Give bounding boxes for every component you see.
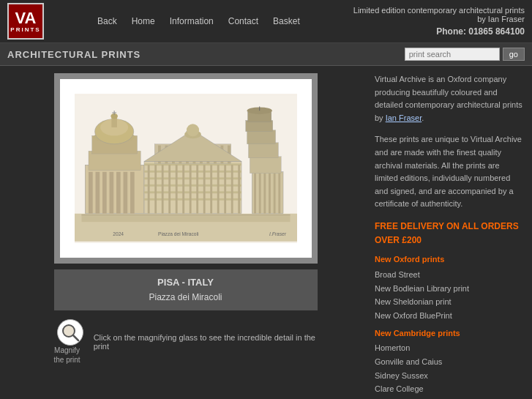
svg-rect-35 <box>210 165 212 214</box>
nav-back[interactable]: Back <box>97 16 117 26</box>
print-svg: 2024 Piazza dei Miracoli I.Fraser <box>75 94 297 243</box>
svg-rect-4 <box>95 172 100 214</box>
cambridge-item-3[interactable]: Clare College <box>375 382 525 396</box>
svg-rect-29 <box>168 165 171 214</box>
svg-rect-39 <box>238 165 240 214</box>
cambridge-item-2[interactable]: Sidney Sussex <box>375 369 525 383</box>
sidebar: Virtual Archive is an Oxford company pro… <box>364 73 525 399</box>
svg-rect-7 <box>116 172 121 214</box>
svg-rect-71 <box>81 215 290 223</box>
tagline-line2: by Ian Fraser <box>353 15 525 23</box>
phone-number: Phone: 01865 864100 <box>353 26 525 37</box>
logo-prints: PRINTS <box>10 26 40 33</box>
svg-text:2024: 2024 <box>113 231 124 236</box>
sidebar-description2: These prints are unique to Virtual Archi… <box>375 133 525 211</box>
ian-fraser-link[interactable]: Ian Fraser <box>386 113 422 122</box>
logo-area: VA PRINTS <box>7 3 44 40</box>
oxford-item-3[interactable]: New Oxford BluePrint <box>375 309 525 323</box>
cambridge-item-1[interactable]: Gonville and Caius <box>375 355 525 369</box>
svg-rect-19 <box>144 162 241 214</box>
arch-title: ARCHITECTURAL PRINTS <box>7 49 141 60</box>
sidebar-desc-period: . <box>422 113 424 122</box>
oxford-item-1[interactable]: New Bodleian Library print <box>375 282 525 296</box>
print-image: 2024 Piazza dei Miracoli I.Fraser <box>75 94 297 243</box>
svg-rect-8 <box>123 172 127 214</box>
svg-rect-34 <box>203 165 205 214</box>
left-area: 2024 Piazza dei Miracoli I.Fraser PISA -… <box>7 73 364 399</box>
svg-rect-6 <box>109 172 113 214</box>
oxford-item-0[interactable]: Broad Street <box>375 268 525 282</box>
cambridge-header: New Cambridge prints <box>375 327 525 340</box>
logo-box[interactable]: VA PRINTS <box>7 3 44 40</box>
search-button[interactable]: go <box>503 48 525 61</box>
svg-rect-25 <box>144 198 241 201</box>
svg-rect-27 <box>154 165 157 214</box>
magnify-icon[interactable] <box>57 319 83 346</box>
oxford-header: New Oxford prints <box>375 253 525 266</box>
svg-rect-9 <box>130 172 135 214</box>
svg-rect-22 <box>144 177 241 179</box>
nav-home[interactable]: Home <box>132 16 155 26</box>
svg-rect-57 <box>250 157 281 174</box>
svg-rect-66 <box>269 174 271 214</box>
svg-rect-32 <box>189 165 191 214</box>
svg-rect-36 <box>217 165 219 214</box>
svg-rect-20 <box>144 163 241 165</box>
cambridge-item-0[interactable]: Homerton <box>375 341 525 355</box>
svg-rect-60 <box>245 120 272 131</box>
nav-contact[interactable]: Contact <box>228 16 258 26</box>
svg-rect-65 <box>263 174 266 214</box>
magnify-label-line2: the print <box>54 355 80 365</box>
svg-rect-58 <box>248 143 278 158</box>
magnify-area: Magnify the print Click on the magnifyin… <box>54 319 318 365</box>
svg-rect-5 <box>102 172 107 214</box>
svg-rect-10 <box>89 151 141 171</box>
search-input[interactable] <box>405 48 500 61</box>
magnify-text: Click on the magnifying glass to see the… <box>94 333 318 351</box>
svg-rect-38 <box>231 165 233 214</box>
magnify-label-line1: Magnify <box>54 346 80 355</box>
svg-line-76 <box>73 335 78 340</box>
nav-area: Back Home Information Contact Basket <box>97 16 300 26</box>
svg-rect-23 <box>144 184 241 187</box>
svg-rect-33 <box>196 165 198 214</box>
svg-rect-59 <box>247 130 275 144</box>
svg-rect-63 <box>254 174 256 214</box>
main-content: 2024 Piazza dei Miracoli I.Fraser PISA -… <box>0 66 532 399</box>
svg-rect-3 <box>89 172 93 214</box>
caption-box: PISA - ITALY Piazza dei Miracoli <box>54 269 318 310</box>
svg-rect-31 <box>182 165 184 214</box>
caption-title: PISA - ITALY <box>69 275 303 291</box>
svg-rect-24 <box>144 191 241 193</box>
svg-point-55 <box>186 124 198 136</box>
svg-rect-26 <box>147 165 149 214</box>
svg-text:Piazza dei Miracoli: Piazza dei Miracoli <box>158 231 199 236</box>
svg-rect-28 <box>161 165 163 214</box>
logo-va: VA <box>15 10 37 26</box>
caption-subtitle: Piazza dei Miracoli <box>69 291 303 305</box>
svg-rect-68 <box>278 174 280 214</box>
svg-text:I.Fraser: I.Fraser <box>269 231 287 236</box>
svg-rect-30 <box>175 165 177 214</box>
subheader: ARCHITECTURAL PRINTS go <box>0 43 532 66</box>
header: VA PRINTS Back Home Information Contact … <box>0 0 532 43</box>
print-frame: 2024 Piazza dei Miracoli I.Fraser <box>54 73 318 264</box>
sidebar-description: Virtual Archive is an Oxford company pro… <box>375 73 525 124</box>
svg-rect-21 <box>144 171 241 173</box>
search-area: go <box>405 48 525 61</box>
nav-basket[interactable]: Basket <box>273 16 300 26</box>
free-delivery-label: FREE DELIVERY ON ALL ORDERS OVER £200 <box>375 220 525 247</box>
svg-rect-64 <box>258 174 261 214</box>
magnify-label: Magnify the print <box>54 346 80 365</box>
tagline-line1: Limited edition contemporary architectur… <box>353 6 525 15</box>
magnify-glass-icon <box>60 322 80 343</box>
oxford-item-2[interactable]: New Sheldonian print <box>375 295 525 309</box>
header-right: Limited edition contemporary architectur… <box>353 6 525 37</box>
svg-rect-67 <box>273 174 275 214</box>
svg-rect-37 <box>224 165 226 214</box>
nav-information[interactable]: Information <box>170 16 214 26</box>
svg-rect-2 <box>85 165 144 214</box>
